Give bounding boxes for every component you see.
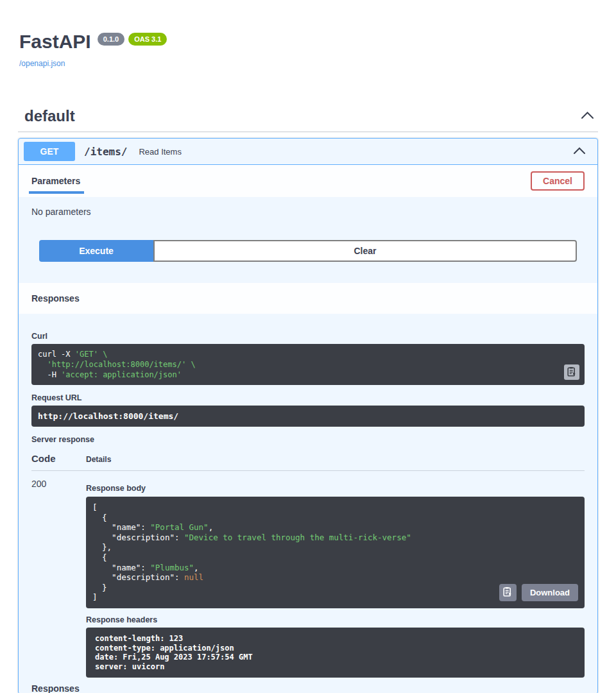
responses-title: Responses [31,293,80,304]
parameters-header: Parameters Cancel [19,165,597,197]
details-column-header: Details [86,453,111,464]
version-badge: 0.1.0 [98,33,124,46]
responses-doc-label: Responses [31,683,585,693]
collapse-tag-button[interactable] [579,110,595,123]
clipboard-icon [503,586,512,599]
tab-parameters[interactable]: Parameters [31,165,80,197]
responses-body: Curl curl -X 'GET' \ 'http://localhost:8… [19,314,597,693]
oas-badge: OAS 3.1 [128,33,167,46]
status-code: 200 [31,479,86,678]
response-headers-label: Response headers [86,615,585,624]
api-info: FastAPI 0.1.0 OAS 3.1 /openapi.json [0,0,616,69]
response-body-label: Response body [86,484,585,493]
copy-response-button[interactable] [499,584,517,601]
server-response-table: Code Details 200 Response body [ { "name… [31,453,585,678]
page-title: FastAPI [19,31,91,53]
collapse-operation-button[interactable] [572,146,587,158]
response-row-200: 200 Response body [ { "name": "Portal Gu… [31,471,585,678]
operation-description: Read Items [139,147,181,157]
copy-curl-button[interactable] [564,364,579,380]
download-button[interactable]: Download [522,584,578,601]
operations-container: default GET /items/ Read Items Parameter… [18,107,598,693]
clear-button[interactable]: Clear [153,240,577,262]
operation-path: /items/ [84,146,127,158]
curl-command: curl -X 'GET' \ 'http://localhost:8000/i… [31,344,585,385]
chevron-up-icon [573,147,586,157]
server-response-label: Server response [31,435,585,444]
parameters-body: No parameters [19,197,597,240]
opblock-get-items: GET /items/ Read Items Parameters Cancel… [18,138,598,693]
operation-summary[interactable]: GET /items/ Read Items [19,139,597,165]
response-headers: content-length: 123content-type: applica… [86,628,585,678]
cancel-button[interactable]: Cancel [531,171,585,191]
openapi-spec-link[interactable]: /openapi.json [19,59,65,68]
clipboard-icon [567,366,576,379]
curl-label: Curl [31,332,585,341]
responses-section-header: Responses [19,283,597,314]
execute-row: Execute Clear [19,240,597,283]
code-column-header: Code [31,453,86,464]
chevron-up-icon [581,111,594,121]
request-url-label: Request URL [31,393,585,402]
request-url-value: http://localhost:8000/items/ [31,406,585,427]
no-parameters-text: No parameters [31,207,91,217]
tag-section-default[interactable]: default [18,107,598,132]
method-badge: GET [24,142,75,161]
response-body: [ { "name": "Portal Gun", "description":… [86,497,585,608]
execute-button[interactable]: Execute [39,240,153,262]
tag-title: default [24,107,75,125]
